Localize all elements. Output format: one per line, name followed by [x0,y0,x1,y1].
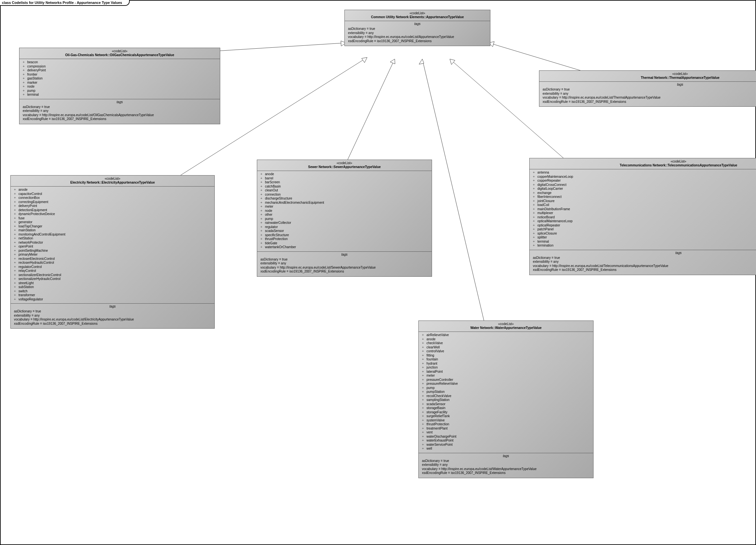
enum-value: deliveryPoint [14,204,211,208]
tags-label: tags [19,99,220,104]
svg-marker-9 [450,59,455,65]
enum-value: vent [422,430,590,435]
attribute-list: airRelieveValveanodecheckValveclearWellc… [419,332,593,453]
attribute-list: beaconcompressiondeliveryPointfrontierga… [19,59,220,99]
enum-value: pump [260,217,428,221]
tag-line: asDictionary = true [14,309,211,314]
node-thermal: «codeList» Thermal Network::ThermalAppur… [539,70,756,107]
enum-value: sectionalizerElectronicControl [14,273,211,277]
node-title: Sewer Network::SewerAppurtenanceTypeValu… [259,165,430,169]
enum-value: node [23,85,217,89]
enum-value: termination [533,244,756,248]
enum-value: samplingStation [422,398,590,402]
stereotype: «codeList» [259,161,430,165]
node-title: Common Utility Network Elements::Appurte… [347,15,488,19]
node-title: Telecommunications Network::Telecommunic… [532,163,756,167]
enum-value: subStation [14,285,211,289]
enum-value: watertankOrChamber [260,245,428,249]
enum-value: exchange [533,191,756,195]
tag-line: extensibility = any [23,109,217,113]
enum-value: loadCoil [533,203,756,207]
enum-value: regulatorControl [14,265,211,269]
tag-line: vocabulary = http://inspire.ec.europa.eu… [348,35,487,39]
enum-value: recoilCheckValve [422,394,590,398]
enum-value: junction [422,366,590,370]
enum-value: copperMaintenanceLoop [533,175,756,179]
enum-value: scadaSensor [260,229,428,233]
enum-value: waterServicePoint [422,443,590,447]
enum-value: well [422,447,590,451]
tag-line: vocabulary = http://inspire.ec.europa.eu… [14,318,211,322]
enum-value: anode [14,188,211,192]
enum-value: regulator [260,225,428,229]
tag-line: asDictionary = true [23,105,217,109]
tag-line: xsdEncodingRule = iso19136_2007_INSPIRE_… [23,117,217,121]
enum-value: hydrant [422,362,590,366]
tag-line: extensibility = any [348,31,487,35]
stereotype: «codeList» [21,49,218,53]
enum-value: connectionBox [14,196,211,200]
attribute-list: antennacopperMaintenanceLoopcopperRepeat… [530,169,756,250]
enum-value: other [260,213,428,217]
enum-value: storageBasin [422,406,590,410]
tag-line: xsdEncodingRule = iso19136_2007_INSPIRE_… [348,39,487,43]
enum-value: digitalLoopCarrier [533,187,756,191]
node-title: Oil-Gas-Chemicals Network::OilGasChemica… [21,53,218,57]
enum-value: pointSettingMachine [14,249,211,253]
tags-body: asDictionary = true extensibility = any … [257,256,432,276]
tag-line: extensibility = any [533,260,756,264]
diagram-title: class Codelists for Utility Networks Pro… [2,1,122,5]
svg-marker-3 [362,57,367,63]
enum-value: digitalCrossConnect [533,183,756,187]
svg-line-0 [218,43,346,51]
tag-line: vocabulary = http://inspire.ec.europa.eu… [533,264,756,268]
enum-value: recloserElectronicControl [14,257,211,261]
stereotype: «codeList» [13,177,212,181]
enum-value: pressureController [422,378,590,382]
enum-value: noticeBoard [533,215,756,220]
enum-value: opticalMaintenanceLoop [533,219,756,224]
tags-label: tags [257,251,432,256]
enum-value: marker [23,81,217,85]
enum-value: pump [23,89,217,93]
diagram-title-tab: class Codelists for Utility Networks Pro… [0,0,130,6]
tag-line: extensibility = any [543,92,756,96]
enum-value: barrel [260,176,428,181]
enum-value: node [260,209,428,213]
enum-value: generator [14,220,211,224]
tags-body: asDictionary = true extensibility = any … [530,255,756,275]
tags-label: tags [530,250,756,255]
tag-line: asDictionary = true [260,258,428,262]
enum-value: scadaSensor [422,402,590,406]
tag-line: vocabulary = http://inspire.ec.europa.eu… [422,467,590,471]
enum-value: mainDistributionFrame [533,207,756,212]
enum-value: anode [422,337,590,342]
enum-value: recloserHydraulicControl [14,261,211,265]
enum-value: capacitorControl [14,192,211,196]
enum-value: frontier [23,73,217,77]
enum-value: waterExhaustPoint [422,439,590,443]
tag-line: xsdEncodingRule = iso19136_2007_INSPIRE_… [14,322,211,326]
enum-value: dischargeStructure [260,197,428,201]
svg-marker-5 [390,59,395,64]
attribute-list: anodebarrelbarScreencatchBasincleanOutco… [257,171,432,251]
enum-value: jointClosure [533,199,756,203]
enum-value: terminal [23,93,217,97]
tags-label: tags [539,81,756,86]
enum-value: openPoint [14,245,211,249]
enum-value: clearWell [422,345,590,350]
svg-marker-7 [419,59,424,64]
tag-line: asDictionary = true [533,256,756,260]
enum-value: dynamicProtectiveDevice [14,212,211,216]
node-oil-gas-chemicals: «codeList» Oil-Gas-Chemicals Network::Oi… [19,48,220,124]
tag-line: vocabulary = http://inspire.ec.europa.eu… [543,96,756,100]
tags-body: asDictionary = true extensibility = any … [539,86,756,106]
tag-line: xsdEncodingRule = iso19136_2007_INSPIRE_… [533,268,756,272]
tag-line: xsdEncodingRule = iso19136_2007_INSPIRE_… [260,270,428,274]
attribute-list: anodecapacitorControlconnectionBoxcorrec… [11,187,214,303]
node-telecom: «codeList» Telecommunications Network::T… [529,158,756,275]
enum-value: transformer [14,293,211,297]
enum-value: sectionalizerHydraulicControl [14,277,211,281]
enum-value: switch [14,289,211,294]
node-electricity: «codeList» Electricity Network::Electric… [10,175,215,329]
